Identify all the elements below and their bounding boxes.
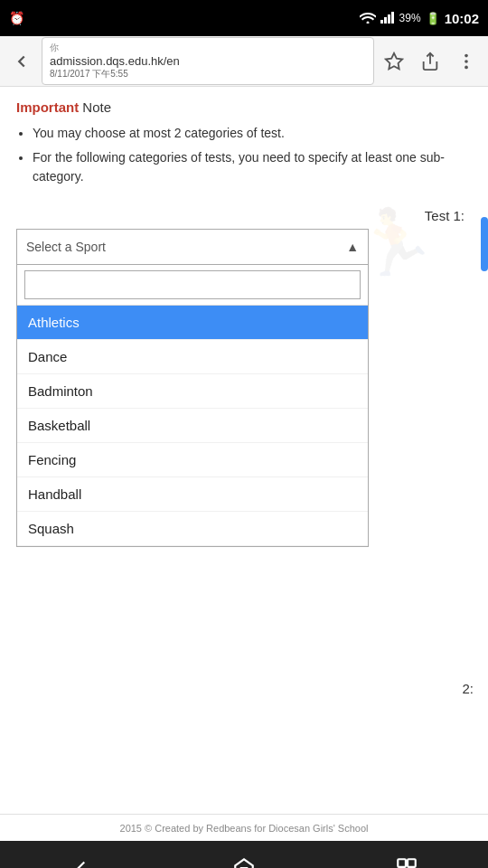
select-sport-trigger[interactable]: Select a Sport ▲: [16, 229, 369, 265]
alarm-icon: ⏰: [9, 11, 24, 25]
note-label: Note: [79, 99, 111, 115]
share-button[interactable]: [414, 45, 446, 78]
option-basketball[interactable]: Basketball: [17, 409, 368, 443]
bottom-nav: [0, 841, 488, 868]
address-url: admission.dqs.edu.hk/en: [50, 54, 366, 68]
select-sport-container[interactable]: Select a Sport ▲ Athletics Dance Badmint…: [16, 229, 369, 265]
option-badminton[interactable]: Badminton: [17, 374, 368, 409]
svg-rect-0: [380, 20, 383, 24]
svg-rect-10: [408, 859, 416, 867]
test2-label: 2:: [462, 681, 474, 696]
dropdown-arrow-icon: ▲: [346, 240, 359, 254]
footer: 2015 © Created by Redbeans for Diocesan …: [0, 814, 488, 841]
nav-back-button[interactable]: [54, 848, 108, 868]
address-bar[interactable]: 你 admission.dqs.edu.hk/en 8/11/2017 下午5:…: [42, 37, 374, 85]
more-button[interactable]: [450, 45, 483, 78]
footer-text: 2015 © Created by Redbeans for Diocesan …: [120, 823, 369, 834]
browser-bar: 你 admission.dqs.edu.hk/en 8/11/2017 下午5:…: [0, 36, 488, 87]
nav-home-button[interactable]: [217, 848, 271, 868]
option-athletics[interactable]: Athletics: [17, 306, 368, 340]
svg-point-7: [465, 60, 468, 63]
scrollbar-thumb[interactable]: [481, 217, 488, 271]
back-browser-button[interactable]: [5, 45, 38, 78]
bullet-item-1: You may choose at most 2 categories of t…: [33, 124, 472, 143]
svg-rect-9: [398, 859, 406, 867]
svg-rect-1: [384, 17, 387, 24]
svg-rect-2: [388, 14, 390, 24]
option-handball[interactable]: Handball: [17, 477, 368, 512]
search-input[interactable]: [24, 270, 361, 299]
status-bar-left: ⏰: [9, 11, 24, 25]
option-dance[interactable]: Dance: [17, 340, 368, 374]
svg-point-6: [465, 53, 468, 57]
nav-square-button[interactable]: [380, 848, 434, 868]
wifi-icon: [360, 11, 376, 26]
important-note: Important Note: [16, 99, 472, 115]
option-fencing[interactable]: Fencing: [17, 443, 368, 477]
svg-rect-3: [391, 12, 394, 24]
svg-marker-4: [386, 52, 402, 68]
test1-label: Test 1:: [16, 208, 465, 223]
bullet-item-2: For the following categories of tests, y…: [33, 148, 472, 186]
battery-level: 39%: [399, 12, 421, 24]
select-placeholder: Select a Sport: [26, 240, 106, 254]
scrollbar-track[interactable]: [481, 199, 488, 265]
page-content: 🏃 Important Note You may choose at most …: [0, 87, 488, 814]
status-icons: 39% 🔋 10:02: [360, 11, 479, 26]
battery-icon: 🔋: [426, 12, 440, 25]
important-label: Important: [16, 99, 79, 115]
star-button[interactable]: [378, 45, 410, 78]
search-input-wrap[interactable]: [17, 265, 368, 306]
svg-point-8: [465, 65, 468, 69]
address-datetime: 8/11/2017 下午5:55: [50, 68, 366, 80]
status-bar: ⏰ 39% 🔋 10:02: [0, 0, 488, 36]
option-squash[interactable]: Squash: [17, 512, 368, 546]
clock-time: 10:02: [445, 11, 479, 26]
sport-dropdown: Athletics Dance Badminton Basketball Fen…: [16, 265, 369, 547]
bullet-list: You may choose at most 2 categories of t…: [33, 124, 472, 186]
signal-icon: [380, 11, 395, 26]
address-hint-cn: 你: [50, 42, 366, 54]
